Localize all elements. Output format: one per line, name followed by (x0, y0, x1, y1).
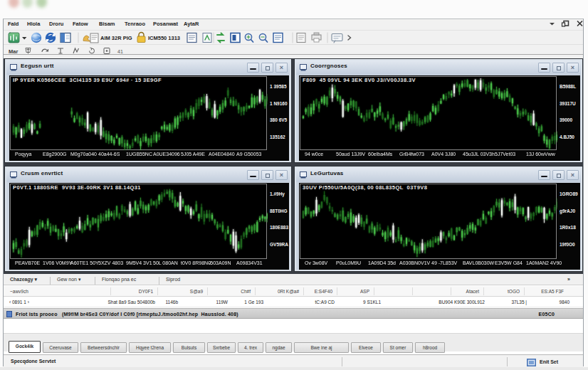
svg-text:41: 41 (117, 49, 123, 54)
svg-text:AIM 32R PIG: AIM 32R PIG (100, 35, 132, 41)
svg-text:ICM550 1313: ICM550 1313 (148, 35, 180, 41)
svg-text:Mar: Mar (9, 48, 18, 55)
